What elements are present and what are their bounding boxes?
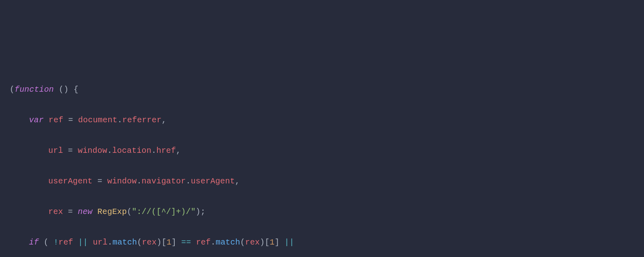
token-property: referrer	[122, 115, 162, 125]
token-punc: (	[10, 85, 14, 94]
token-punc: {	[68, 85, 78, 94]
code-line: url = window.location.href,	[10, 143, 644, 158]
token-function: match	[112, 238, 137, 247]
token-keyword: function	[14, 85, 54, 94]
code-line: userAgent = window.navigator.userAgent,	[10, 174, 644, 189]
token-string: "://([^/]+)/"	[132, 207, 196, 216]
code-line: (function () {	[10, 82, 644, 97]
code-line: var ref = document.referrer,	[10, 113, 644, 128]
code-line: if ( !ref || url.match(rex)[1] == ref.ma…	[10, 235, 644, 250]
token-keyword: var	[29, 115, 44, 125]
code-line: rex = new RegExp("://([^/]+)/");	[10, 204, 644, 220]
code-block: (function () { var ref = document.referr…	[10, 67, 644, 257]
token-punc: ()	[54, 85, 69, 94]
token-class: RegExp	[97, 207, 127, 216]
token-object: document	[78, 115, 118, 125]
token-variable: ref	[49, 115, 64, 125]
